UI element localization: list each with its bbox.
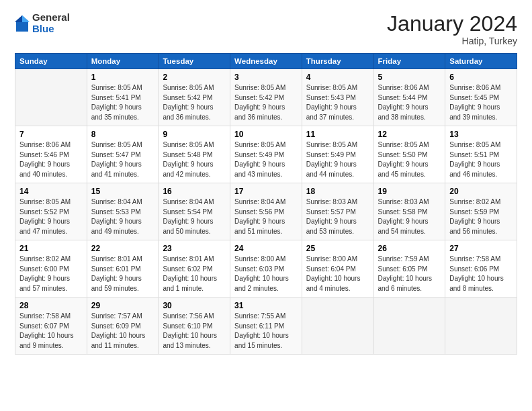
day-number: 31 (234, 301, 298, 310)
day-info: Sunrise: 7:57 AMSunset: 6:09 PMDaylight:… (91, 312, 154, 351)
day-info: Sunrise: 7:55 AMSunset: 6:11 PMDaylight:… (234, 312, 298, 351)
day-info: Sunrise: 7:59 AMSunset: 6:05 PMDaylight:… (378, 255, 441, 293)
day-number: 9 (163, 130, 226, 139)
title-block: January 2024 Hatip, Turkey (387, 12, 517, 46)
col-header-thursday: Thursday (302, 54, 373, 69)
day-info: Sunrise: 8:06 AMSunset: 5:44 PMDaylight:… (378, 83, 441, 122)
day-number: 18 (306, 187, 369, 196)
day-number: 7 (19, 130, 83, 139)
day-number: 3 (234, 73, 298, 82)
day-number: 24 (234, 244, 298, 253)
day-number: 1 (91, 73, 154, 82)
day-info: Sunrise: 8:03 AMSunset: 5:58 PMDaylight:… (378, 197, 441, 236)
day-info: Sunrise: 8:00 AMSunset: 6:03 PMDaylight:… (234, 255, 298, 293)
day-cell (445, 298, 517, 355)
day-info: Sunrise: 8:04 AMSunset: 5:54 PMDaylight:… (163, 197, 226, 236)
day-cell: 4 Sunrise: 8:05 AMSunset: 5:43 PMDayligh… (302, 69, 373, 126)
calendar-header-row: SundayMondayTuesdayWednesdayThursdayFrid… (15, 54, 517, 69)
day-cell: 15 Sunrise: 8:04 AMSunset: 5:53 PMDaylig… (87, 183, 159, 240)
week-row-2: 14 Sunrise: 8:05 AMSunset: 5:52 PMDaylig… (15, 183, 517, 240)
day-number: 16 (163, 187, 226, 196)
day-info: Sunrise: 8:03 AMSunset: 5:57 PMDaylight:… (306, 197, 369, 236)
col-header-wednesday: Wednesday (230, 54, 302, 69)
svg-marker-2 (15, 15, 22, 22)
day-number: 17 (234, 187, 298, 196)
calendar-page: General Blue January 2024 Hatip, Turkey … (0, 0, 532, 411)
day-info: Sunrise: 8:05 AMSunset: 5:48 PMDaylight:… (163, 140, 226, 179)
month-title: January 2024 (387, 12, 517, 36)
day-info: Sunrise: 8:05 AMSunset: 5:49 PMDaylight:… (306, 140, 369, 179)
day-info: Sunrise: 8:04 AMSunset: 5:53 PMDaylight:… (91, 197, 154, 236)
day-number: 4 (306, 73, 369, 82)
day-number: 29 (91, 301, 154, 310)
day-cell: 5 Sunrise: 8:06 AMSunset: 5:44 PMDayligh… (373, 69, 445, 126)
day-info: Sunrise: 8:05 AMSunset: 5:47 PMDaylight:… (91, 140, 154, 179)
week-row-0: 1 Sunrise: 8:05 AMSunset: 5:41 PMDayligh… (15, 69, 517, 126)
day-info: Sunrise: 8:05 AMSunset: 5:49 PMDaylight:… (234, 140, 298, 179)
header: General Blue January 2024 Hatip, Turkey (15, 12, 517, 46)
logo-icon (15, 14, 30, 33)
day-cell: 1 Sunrise: 8:05 AMSunset: 5:41 PMDayligh… (87, 69, 159, 126)
day-info: Sunrise: 8:05 AMSunset: 5:50 PMDaylight:… (378, 140, 441, 179)
day-cell: 3 Sunrise: 8:05 AMSunset: 5:42 PMDayligh… (230, 69, 302, 126)
day-info: Sunrise: 8:06 AMSunset: 5:46 PMDaylight:… (19, 140, 83, 179)
day-info: Sunrise: 8:05 AMSunset: 5:51 PMDaylight:… (449, 140, 513, 179)
day-cell: 29 Sunrise: 7:57 AMSunset: 6:09 PMDaylig… (87, 298, 159, 355)
day-info: Sunrise: 7:58 AMSunset: 6:07 PMDaylight:… (19, 312, 83, 351)
day-cell: 7 Sunrise: 8:06 AMSunset: 5:46 PMDayligh… (15, 126, 87, 183)
day-number: 11 (306, 130, 369, 139)
day-number: 15 (91, 187, 154, 196)
day-cell (15, 69, 87, 126)
day-number: 23 (163, 244, 226, 253)
day-info: Sunrise: 8:05 AMSunset: 5:43 PMDaylight:… (306, 83, 369, 122)
day-cell: 31 Sunrise: 7:55 AMSunset: 6:11 PMDaylig… (230, 298, 302, 355)
day-cell: 26 Sunrise: 7:59 AMSunset: 6:05 PMDaylig… (373, 240, 445, 298)
logo-blue: Blue (32, 24, 70, 35)
day-cell: 23 Sunrise: 8:01 AMSunset: 6:02 PMDaylig… (159, 240, 230, 298)
day-number: 28 (19, 301, 83, 310)
day-number: 22 (91, 244, 154, 253)
day-number: 12 (378, 130, 441, 139)
day-info: Sunrise: 7:58 AMSunset: 6:06 PMDaylight:… (449, 255, 513, 293)
day-cell (373, 298, 445, 355)
day-cell: 11 Sunrise: 8:05 AMSunset: 5:49 PMDaylig… (302, 126, 373, 183)
day-number: 2 (163, 73, 226, 82)
day-number: 8 (91, 130, 154, 139)
day-info: Sunrise: 8:02 AMSunset: 6:00 PMDaylight:… (19, 255, 83, 293)
day-cell: 6 Sunrise: 8:06 AMSunset: 5:45 PMDayligh… (445, 69, 517, 126)
day-cell: 19 Sunrise: 8:03 AMSunset: 5:58 PMDaylig… (373, 183, 445, 240)
logo-text: General Blue (32, 12, 70, 34)
day-cell: 28 Sunrise: 7:58 AMSunset: 6:07 PMDaylig… (15, 298, 87, 355)
day-info: Sunrise: 7:56 AMSunset: 6:10 PMDaylight:… (163, 312, 226, 351)
day-number: 14 (19, 187, 83, 196)
day-info: Sunrise: 8:02 AMSunset: 5:59 PMDaylight:… (449, 197, 513, 236)
week-row-3: 21 Sunrise: 8:02 AMSunset: 6:00 PMDaylig… (15, 240, 517, 298)
week-row-1: 7 Sunrise: 8:06 AMSunset: 5:46 PMDayligh… (15, 126, 517, 183)
day-info: Sunrise: 8:05 AMSunset: 5:42 PMDaylight:… (234, 83, 298, 122)
day-info: Sunrise: 8:05 AMSunset: 5:52 PMDaylight:… (19, 197, 83, 236)
day-cell: 12 Sunrise: 8:05 AMSunset: 5:50 PMDaylig… (373, 126, 445, 183)
day-info: Sunrise: 8:01 AMSunset: 6:01 PMDaylight:… (91, 255, 154, 293)
day-info: Sunrise: 8:05 AMSunset: 5:42 PMDaylight:… (163, 83, 226, 122)
day-number: 19 (378, 187, 441, 196)
logo: General Blue (15, 12, 70, 34)
day-cell: 16 Sunrise: 8:04 AMSunset: 5:54 PMDaylig… (159, 183, 230, 240)
week-row-4: 28 Sunrise: 7:58 AMSunset: 6:07 PMDaylig… (15, 298, 517, 355)
day-cell: 14 Sunrise: 8:05 AMSunset: 5:52 PMDaylig… (15, 183, 87, 240)
day-number: 25 (306, 244, 369, 253)
day-info: Sunrise: 8:00 AMSunset: 6:04 PMDaylight:… (306, 255, 369, 293)
day-cell: 30 Sunrise: 7:56 AMSunset: 6:10 PMDaylig… (159, 298, 230, 355)
day-cell (302, 298, 373, 355)
day-number: 21 (19, 244, 83, 253)
day-number: 26 (378, 244, 441, 253)
logo-general: General (32, 12, 70, 24)
col-header-sunday: Sunday (15, 54, 87, 69)
location: Hatip, Turkey (387, 36, 517, 46)
day-info: Sunrise: 8:01 AMSunset: 6:02 PMDaylight:… (163, 255, 226, 293)
day-cell: 8 Sunrise: 8:05 AMSunset: 5:47 PMDayligh… (87, 126, 159, 183)
day-cell: 2 Sunrise: 8:05 AMSunset: 5:42 PMDayligh… (159, 69, 230, 126)
day-number: 27 (449, 244, 513, 253)
day-cell: 18 Sunrise: 8:03 AMSunset: 5:57 PMDaylig… (302, 183, 373, 240)
day-cell: 27 Sunrise: 7:58 AMSunset: 6:06 PMDaylig… (445, 240, 517, 298)
day-cell: 10 Sunrise: 8:05 AMSunset: 5:49 PMDaylig… (230, 126, 302, 183)
